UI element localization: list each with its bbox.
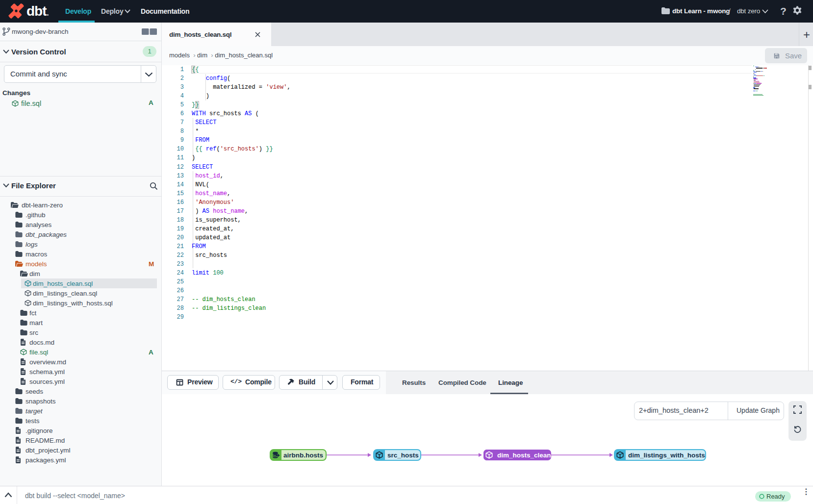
svg-text:airbnb.hosts: airbnb.hosts — [283, 452, 323, 459]
svg-text:src_hosts: src_hosts — [387, 452, 419, 459]
svg-text:dim_listings_with_hosts: dim_listings_with_hosts — [628, 452, 705, 459]
svg-text:dim_hosts_clean: dim_hosts_clean — [497, 452, 551, 459]
